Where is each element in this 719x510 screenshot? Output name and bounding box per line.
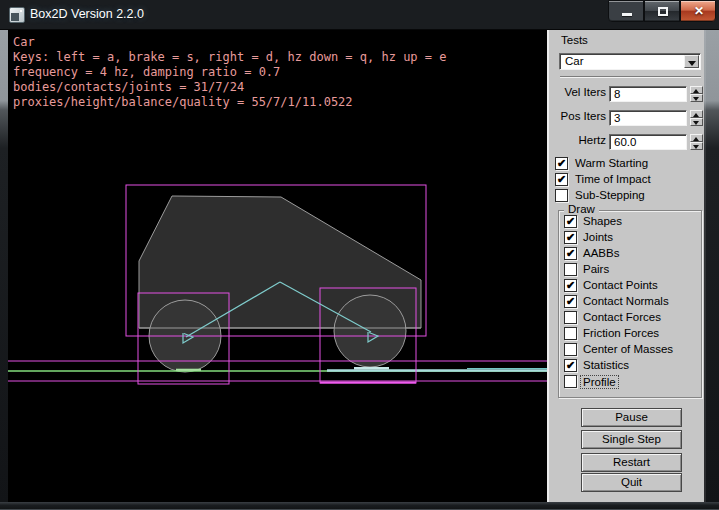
pos-iters-down-button[interactable] [690,118,703,126]
shapes-label: Shapes [583,215,622,227]
arrow-down-icon [693,97,699,101]
pairs-label: Pairs [583,263,609,275]
statistics-label: Statistics [583,359,629,371]
contact-normals-label: Contact Normals [583,295,669,307]
maximize-button[interactable] [644,0,680,22]
tests-label: Tests [561,34,588,46]
vel-iters-label: Vel Iters [542,86,606,98]
arrow-up-icon [693,137,699,141]
hertz-stepper [690,134,703,150]
test-select[interactable]: Car [559,53,701,70]
close-icon: ✕ [681,4,717,18]
pos-iters-stepper [690,110,703,126]
time-of-impact-label: Time of Impact [575,173,651,185]
sub-stepping-label: Sub-Stepping [575,189,645,201]
joints-checkbox[interactable]: ✔ [564,231,577,244]
aabbs-checkbox[interactable]: ✔ [564,247,577,260]
contact-forces-checkbox[interactable] [564,311,577,324]
time-of-impact-checkbox[interactable]: ✔ [555,173,568,186]
pos-iters-label: Pos Iters [542,110,606,122]
arrow-up-icon [693,113,699,117]
simulation-canvas[interactable]: Car Keys: left = a, brake = s, right = d… [8,30,547,502]
window-border-right [704,30,719,502]
contact-normals-checkbox[interactable]: ✔ [564,295,577,308]
pairs-checkbox[interactable] [564,263,577,276]
hertz-label: Hertz [542,134,606,146]
friction-forces-checkbox[interactable] [564,327,577,340]
quit-button[interactable]: Quit [581,473,682,492]
sub-stepping-checkbox[interactable] [555,189,568,202]
vel-iters-up-button[interactable] [690,86,703,94]
vel-iters-row: Vel Iters 8 [549,86,706,103]
test-title-text: Car [13,36,35,49]
hertz-up-button[interactable] [690,134,703,142]
vel-iters-stepper [690,86,703,102]
pos-iters-input[interactable]: 3 [609,110,687,126]
app-window: Box2D Version 2.2.0 ✕ Car Keys: left = a… [0,0,719,510]
app-icon [9,7,25,23]
separator [560,76,701,78]
minimize-button[interactable] [608,0,644,22]
center-of-masses-checkbox[interactable] [564,343,577,356]
warm-starting-checkbox[interactable]: ✔ [555,157,568,170]
restart-button[interactable]: Restart [581,453,682,472]
proxies-text: proxies/height/balance/quality = 55/7/1/… [13,96,353,109]
maximize-icon [658,7,668,16]
aabbs-label: AABBs [583,247,619,259]
hertz-input[interactable]: 60.0 [609,134,687,150]
test-select-value: Car [565,55,584,67]
hertz-down-button[interactable] [690,142,703,150]
window-title: Box2D Version 2.2.0 [30,7,144,21]
arrow-down-icon [693,145,699,149]
arrow-down-icon [693,121,699,125]
profile-checkbox[interactable] [564,375,577,388]
close-button[interactable]: ✕ [680,0,716,22]
contact-forces-label: Contact Forces [583,311,661,323]
joints-label: Joints [583,231,613,243]
control-panel: Tests Car Vel Iters 8 Pos Iters 3 [547,30,704,502]
vel-iters-down-button[interactable] [690,94,703,102]
single-step-button[interactable]: Single Step [581,430,682,449]
hertz-row: Hertz 60.0 [549,134,706,151]
minimize-icon [622,13,632,16]
center-of-masses-label: Center of Masses [583,343,673,355]
pos-iters-row: Pos Iters 3 [549,110,706,127]
window-border-bottom [0,502,719,510]
frequency-text: frequency = 4 hz, damping ratio = 0.7 [13,66,280,79]
vel-iters-input[interactable]: 8 [609,86,687,102]
shapes-checkbox[interactable]: ✔ [564,215,577,228]
pos-iters-up-button[interactable] [690,110,703,118]
test-select-button[interactable] [684,55,699,68]
chevron-down-icon [688,61,696,66]
arrow-up-icon [693,89,699,93]
warm-starting-label: Warm Starting [575,157,648,169]
contact-points-checkbox[interactable]: ✔ [564,279,577,292]
friction-forces-label: Friction Forces [583,327,659,339]
title-bar[interactable]: Box2D Version 2.2.0 ✕ [0,0,719,30]
contact-points-label: Contact Points [583,279,658,291]
pause-button[interactable]: Pause [581,408,682,427]
window-border-left [0,30,8,502]
keys-help-text: Keys: left = a, brake = s, right = d, hz… [13,51,446,64]
draw-group-label: Draw [564,203,599,215]
stats-text: bodies/contacts/joints = 31/7/24 [13,81,244,94]
statistics-checkbox[interactable]: ✔ [564,359,577,372]
profile-label: Profile [580,375,619,389]
